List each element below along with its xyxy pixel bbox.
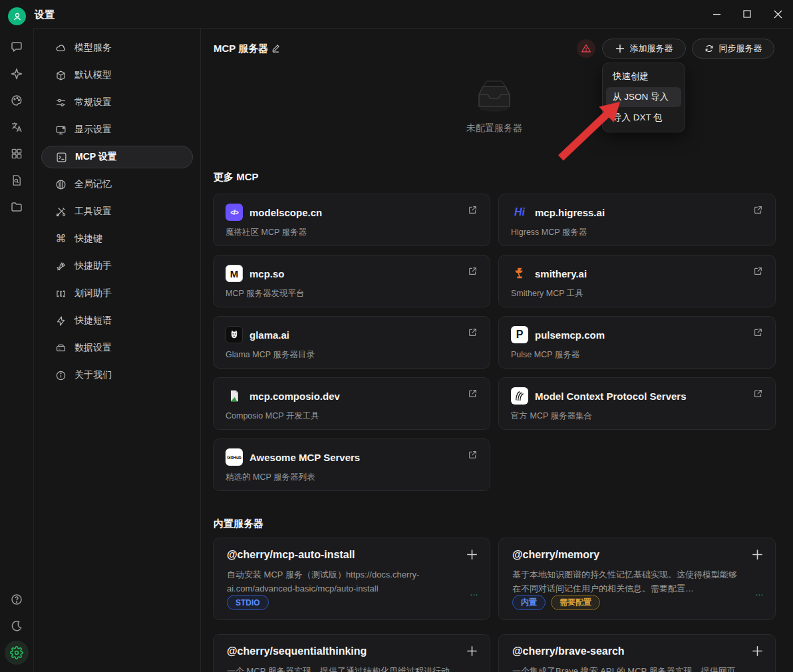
chat-icon[interactable] bbox=[10, 40, 23, 53]
sidebar-item-about-us[interactable]: 关于我们 bbox=[41, 364, 193, 387]
card-description: MCP 服务器发现平台 bbox=[226, 288, 478, 299]
add-icon[interactable] bbox=[752, 549, 763, 560]
card-title: smithery.ai bbox=[535, 268, 587, 279]
sparkle-icon[interactable] bbox=[10, 67, 23, 81]
text-select-icon bbox=[55, 288, 67, 299]
mcp-card-smithery[interactable]: smithery.ai Smithery MCP 工具 bbox=[498, 255, 776, 307]
builtin-card-brave-search[interactable]: @cherry/brave-search 一个集成了Brave 搜索 API 的… bbox=[498, 634, 776, 672]
sidebar-item-display-settings[interactable]: 显示设置 bbox=[41, 118, 193, 141]
external-link-icon[interactable] bbox=[468, 389, 478, 399]
builtin-card-memory[interactable]: @cherry/memory 基于本地知识图谱的持久性记忆基础实现。这使得模型能… bbox=[498, 538, 776, 620]
sync-server-button[interactable]: 同步服务器 bbox=[692, 39, 774, 59]
folder-icon[interactable] bbox=[10, 200, 23, 214]
external-link-icon[interactable] bbox=[753, 266, 763, 276]
mcp-card-composio[interactable]: mcp.composio.dev Composio MCP 开发工具 bbox=[213, 377, 490, 430]
external-link-icon[interactable] bbox=[468, 205, 478, 215]
add-server-label: 添加服务器 bbox=[630, 43, 673, 55]
card-description: Glama MCP 服务器目录 bbox=[226, 349, 478, 361]
builtin-card-auto-install[interactable]: @cherry/mcp-auto-install 自动安装 MCP 服务（测试版… bbox=[213, 538, 490, 620]
external-link-icon[interactable] bbox=[753, 205, 763, 215]
sidebar-item-selection-assistant[interactable]: 划词助手 bbox=[41, 282, 193, 305]
card-description: 精选的 MCP 服务器列表 bbox=[226, 472, 478, 483]
maximize-button[interactable] bbox=[732, 0, 762, 28]
sidebar-item-general-settings[interactable]: 常规设置 bbox=[41, 91, 193, 114]
modelscope-icon: </> bbox=[226, 204, 243, 221]
external-link-icon[interactable] bbox=[468, 327, 478, 337]
window-controls bbox=[701, 0, 793, 28]
zap-icon bbox=[55, 315, 67, 327]
menu-item-quick-create[interactable]: 快速创建 bbox=[606, 67, 681, 86]
glama-icon bbox=[226, 326, 243, 343]
page-title: 设置 bbox=[35, 9, 55, 21]
sidebar-item-model-services[interactable]: 模型服务 bbox=[41, 37, 193, 59]
expand-ellipsis[interactable]: … bbox=[470, 588, 479, 597]
sidebar-item-label: 快捷短语 bbox=[75, 315, 112, 327]
tag-row: STDIO bbox=[227, 595, 269, 610]
external-link-icon[interactable] bbox=[753, 327, 763, 337]
mcp-card-awesome[interactable]: GitHub Awesome MCP Servers 精选的 MCP 服务器列表 bbox=[213, 438, 490, 491]
close-button[interactable] bbox=[762, 0, 793, 28]
user-avatar[interactable] bbox=[8, 7, 26, 25]
sidebar-item-shortcuts[interactable]: ⌘ 快捷键 bbox=[41, 228, 193, 250]
higress-icon: Hi bbox=[511, 204, 528, 221]
add-icon[interactable] bbox=[752, 645, 763, 657]
sidebar-item-label: 数据设置 bbox=[75, 342, 112, 354]
package-icon bbox=[55, 70, 67, 81]
card-description: 一个 MCP 服务器实现，提供了通过结构化思维过程进行动态和反思性问 bbox=[227, 664, 476, 672]
display-icon bbox=[55, 124, 67, 136]
pulsemcp-icon: P bbox=[511, 326, 528, 343]
brain-icon bbox=[55, 179, 67, 190]
content-title: MCP 服务器 bbox=[214, 43, 268, 55]
sidebar-item-default-models[interactable]: 默认模型 bbox=[41, 64, 193, 86]
mcp-card-pulsemcp[interactable]: P pulsemcp.com Pulse MCP 服务器 bbox=[498, 316, 776, 369]
translate-icon[interactable] bbox=[10, 120, 23, 134]
sync-server-label: 同步服务器 bbox=[719, 43, 762, 55]
card-description: Pulse MCP 服务器 bbox=[511, 349, 763, 361]
add-server-button[interactable]: 添加服务器 bbox=[602, 39, 686, 59]
mcp-card-higress[interactable]: Hi mcp.higress.ai Higress MCP 服务器 bbox=[498, 194, 776, 246]
menu-item-import-dxt[interactable]: 导入 DXT 包 bbox=[606, 108, 681, 128]
help-icon[interactable] bbox=[10, 593, 23, 606]
settings-gear-icon[interactable] bbox=[5, 641, 29, 665]
tag-row: 内置 需要配置 bbox=[512, 595, 600, 610]
mcp-card-glama[interactable]: glama.ai Glama MCP 服务器目录 bbox=[213, 316, 490, 369]
minimize-button[interactable] bbox=[701, 0, 732, 28]
mcp-card-modelscope[interactable]: </> modelscope.cn 魔搭社区 MCP 服务器 bbox=[213, 194, 490, 246]
cloud-icon bbox=[55, 43, 67, 54]
palette-icon[interactable] bbox=[10, 94, 23, 107]
builtin-grid: @cherry/mcp-auto-install 自动安装 MCP 服务（测试版… bbox=[213, 538, 776, 672]
sidebar-item-data-settings[interactable]: 数据设置 bbox=[41, 337, 193, 359]
add-icon[interactable] bbox=[466, 645, 478, 657]
sidebar-item-mcp-settings[interactable]: MCP 设置 bbox=[41, 146, 193, 168]
info-icon bbox=[55, 370, 67, 381]
sidebar-item-quick-phrases[interactable]: 快捷短语 bbox=[41, 309, 193, 332]
icon-rail bbox=[0, 28, 34, 672]
storage-icon bbox=[55, 343, 67, 354]
card-title: mcp.higress.ai bbox=[535, 207, 605, 218]
external-link-icon[interactable] bbox=[468, 266, 478, 276]
expand-ellipsis[interactable]: … bbox=[755, 588, 764, 597]
sidebar-item-label: 模型服务 bbox=[75, 42, 112, 54]
card-description: 官方 MCP 服务器集合 bbox=[511, 411, 763, 422]
card-title: @cherry/sequentialthinking bbox=[227, 645, 476, 657]
mcp-card-official-servers[interactable]: Model Context Protocol Servers 官方 MCP 服务… bbox=[498, 377, 776, 430]
sidebar-item-tool-settings[interactable]: 工具设置 bbox=[41, 200, 193, 223]
file-search-icon[interactable] bbox=[11, 174, 23, 187]
external-link-icon[interactable] bbox=[468, 450, 478, 460]
mcp-card-mcpso[interactable]: M mcp.so MCP 服务器发现平台 bbox=[213, 255, 490, 307]
builtin-card-sequentialthinking[interactable]: @cherry/sequentialthinking 一个 MCP 服务器实现，… bbox=[213, 634, 490, 672]
empty-state-text: 未配置服务器 bbox=[466, 122, 522, 134]
edit-pencil-icon[interactable] bbox=[271, 43, 281, 53]
add-icon[interactable] bbox=[466, 549, 478, 560]
card-description: Composio MCP 开发工具 bbox=[226, 411, 478, 422]
apps-grid-icon[interactable] bbox=[11, 148, 23, 160]
sidebar-item-quick-assistant[interactable]: 快捷助手 bbox=[41, 255, 193, 277]
sidebar-item-label: 关于我们 bbox=[75, 369, 112, 381]
dark-mode-icon[interactable] bbox=[10, 619, 23, 633]
warning-indicator[interactable] bbox=[577, 39, 595, 58]
sidebar-item-label: 常规设置 bbox=[75, 96, 112, 108]
sidebar-item-label: 显示设置 bbox=[75, 124, 112, 136]
menu-item-import-json[interactable]: 从 JSON 导入 bbox=[606, 87, 681, 107]
external-link-icon[interactable] bbox=[753, 389, 763, 399]
sidebar-item-global-memory[interactable]: 全局记忆 bbox=[41, 173, 193, 196]
